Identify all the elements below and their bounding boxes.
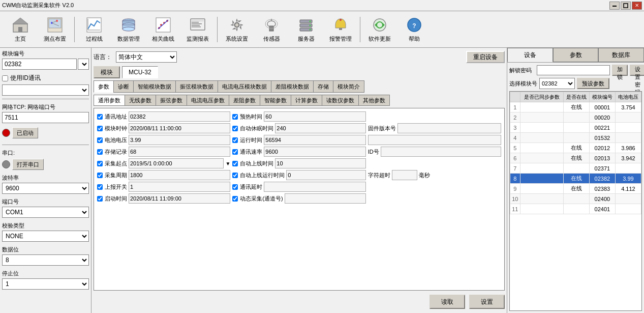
auto-online-run-input[interactable] <box>286 170 365 180</box>
open-serial-button[interactable]: 打开串口 <box>12 159 44 170</box>
dynamic-collect-input[interactable] <box>285 193 366 204</box>
storage-check[interactable] <box>97 149 103 155</box>
firmware-value-input[interactable] <box>368 135 501 145</box>
table-row[interactable]: 11 02401 <box>510 204 641 214</box>
storage-input[interactable] <box>129 147 230 157</box>
table-row[interactable]: 1 在线 00001 3.754 <box>510 102 641 112</box>
tab-storage[interactable]: 存储 <box>313 80 333 93</box>
close-button[interactable]: ✕ <box>632 2 642 10</box>
param-tab-general[interactable]: 通用参数 <box>94 95 125 106</box>
table-row[interactable]: 5 在线 02012 3.986 <box>510 143 641 153</box>
module-clock-check[interactable] <box>97 126 103 131</box>
firmware-input[interactable] <box>397 123 501 133</box>
runtime-check[interactable] <box>232 137 238 143</box>
tab-diagnosis[interactable]: 诊断 <box>113 80 133 93</box>
auto-online-time-check[interactable] <box>232 161 238 166</box>
preheat-input[interactable] <box>264 111 365 122</box>
datetime-dropdown-icon[interactable]: ▼ <box>225 161 230 166</box>
param-tab-wireless[interactable]: 无线参数 <box>125 95 156 106</box>
module-tab-mcu32[interactable]: MCU-32 <box>122 66 158 78</box>
right-tab-database[interactable]: 数据库 <box>598 48 644 62</box>
toolbar-layout[interactable]: 测点布置 <box>39 13 71 46</box>
lock-button[interactable]: 加锁 <box>612 65 628 76</box>
toolbar-sensor[interactable]: 传感器 <box>255 13 288 46</box>
table-row[interactable]: 6 在线 02013 3.942 <box>510 153 641 163</box>
comm-rate-input[interactable] <box>264 147 365 157</box>
right-tab-params[interactable]: 参数 <box>553 48 599 62</box>
toolbar-update[interactable]: 软件更新 <box>363 13 396 46</box>
comm-delay-check[interactable] <box>232 184 238 190</box>
dynamic-collect-check[interactable] <box>232 196 238 202</box>
toolbar-alarm[interactable]: 报警管理 <box>324 13 357 46</box>
module-select[interactable]: 02382 <box>539 78 575 89</box>
table-row[interactable]: 9 在线 02383 4.112 <box>510 184 641 194</box>
param-tab-reader[interactable]: 读数仪参数 <box>322 95 358 106</box>
preset-button[interactable]: 预设参数 <box>577 78 609 89</box>
table-row[interactable]: 3 00221 <box>510 123 641 133</box>
auto-sleep-check[interactable] <box>232 126 238 131</box>
battery-input[interactable] <box>129 135 230 145</box>
check-type-select[interactable]: NONE <box>2 231 89 242</box>
toolbar-data-mgr[interactable]: 数据管理 <box>112 13 145 46</box>
id-comm-select[interactable] <box>2 84 89 96</box>
restore-button[interactable] <box>621 2 631 10</box>
table-row[interactable]: 8 在线 02382 3.99 <box>510 174 641 184</box>
stop-bits-select[interactable]: 1 <box>2 278 89 290</box>
toolbar-corr-curve[interactable]: 相关曲线 <box>147 13 179 46</box>
module-number-input[interactable] <box>2 59 77 70</box>
read-button[interactable]: 读取 <box>430 295 465 309</box>
module-number-select[interactable]: ▼ <box>78 59 89 70</box>
tab-vibrating-wire[interactable]: 振弦模块数据 <box>175 80 218 93</box>
use-id-comm-checkbox[interactable] <box>2 75 8 81</box>
start-time-check[interactable] <box>97 196 103 202</box>
data-bits-select[interactable]: 8 <box>2 254 89 266</box>
runtime-input[interactable] <box>264 135 365 145</box>
port-input[interactable] <box>2 112 89 123</box>
report-switch-check[interactable] <box>97 184 103 190</box>
param-tab-cv[interactable]: 电流电压参数 <box>187 95 229 106</box>
tab-module-intro[interactable]: 模块简介 <box>333 80 364 93</box>
report-switch-input[interactable] <box>129 182 230 192</box>
collect-period-input[interactable] <box>129 170 230 180</box>
auto-online-run-check[interactable] <box>232 173 238 178</box>
param-tab-calc[interactable]: 计算参数 <box>291 95 322 106</box>
set-button[interactable]: 设置 <box>469 295 505 309</box>
tab-diff-resistance[interactable]: 差阻模块数据 <box>271 80 313 93</box>
table-row[interactable]: 10 02400 <box>510 194 641 204</box>
battery-check[interactable] <box>97 137 103 143</box>
lang-select[interactable]: 简体中文 <box>116 51 177 63</box>
collect-start-input[interactable] <box>129 158 224 168</box>
comm-addr-check[interactable] <box>97 114 103 120</box>
param-tab-dr[interactable]: 差阻参数 <box>229 95 260 106</box>
start-time-input[interactable] <box>129 193 230 204</box>
collect-start-check[interactable] <box>97 161 103 166</box>
char-timeout-input[interactable] <box>392 170 417 180</box>
comm-delay-input[interactable] <box>264 182 365 192</box>
comm-addr-input[interactable] <box>129 111 230 122</box>
toolbar-sys-settings[interactable]: 系统设置 <box>221 13 253 46</box>
minimize-button[interactable] <box>609 2 620 10</box>
unlock-input[interactable] <box>537 65 610 75</box>
tab-params[interactable]: 参数 <box>94 80 113 93</box>
comm-rate-check[interactable] <box>232 149 238 155</box>
id-input[interactable] <box>381 147 501 157</box>
table-row[interactable]: 2 00020 <box>510 112 641 123</box>
preheat-check[interactable] <box>232 114 238 120</box>
right-tab-device[interactable]: 设备 <box>507 48 553 62</box>
set-password-button[interactable]: 设置密码 <box>630 65 644 76</box>
started-button[interactable]: 已启动 <box>12 127 38 138</box>
restart-button[interactable]: 重启设备 <box>466 51 505 63</box>
auto-sleep-input[interactable] <box>275 123 365 133</box>
collect-period-check[interactable] <box>97 173 103 178</box>
toolbar-server[interactable]: 服务器 <box>290 13 322 46</box>
baud-rate-select[interactable]: 9600 <box>2 183 89 194</box>
param-tab-other[interactable]: 其他参数 <box>358 95 390 106</box>
param-tab-smart[interactable]: 智能参数 <box>260 95 291 106</box>
module-clock-input[interactable] <box>129 123 230 133</box>
tab-smart-module[interactable]: 智能模块数据 <box>133 80 175 93</box>
toolbar-monitor[interactable]: 监测报表 <box>181 13 214 46</box>
toolbar-help[interactable]: ? 帮助 <box>398 13 431 46</box>
toolbar-process[interactable]: 过程线 <box>78 13 110 46</box>
com-port-select[interactable]: COM1 <box>2 207 89 218</box>
toolbar-home[interactable]: 主页 <box>4 13 37 46</box>
